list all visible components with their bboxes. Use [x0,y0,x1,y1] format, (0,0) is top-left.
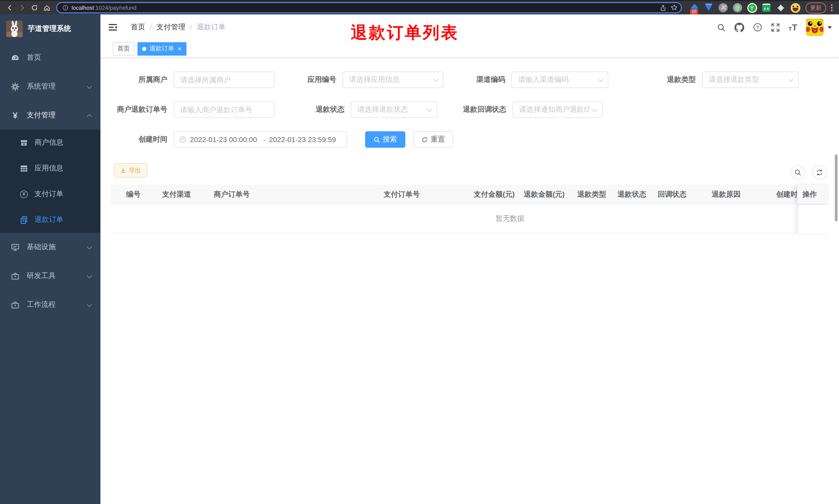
search-icon [373,136,380,143]
search-button[interactable]: 搜索 [365,131,405,148]
field-label: 商户退款订单号 [112,105,174,114]
breadcrumb-separator: / [150,23,152,31]
breadcrumb-pay[interactable]: 支付管理 [157,23,185,32]
fullscreen-icon[interactable] [771,23,780,32]
breadcrumb-home[interactable]: 首页 [131,23,145,32]
sidebar-item-app-info[interactable]: 应用信息 [0,156,101,181]
column-header: 退款类型 [572,185,612,204]
extension-y-icon[interactable]: Y [747,3,757,13]
column-header: 商户订单号 [209,185,378,204]
notify-status-select[interactable]: 请选择通知商户退款结果 [513,102,603,118]
table-tools [790,165,827,180]
user-menu[interactable] [806,19,832,36]
date-end-value: 2022-01-23 23:59:59 [269,136,339,144]
sidebar-item-pay-order[interactable]: ¥ 支付订单 [0,181,101,207]
column-header: 编号 [111,185,157,204]
sidebar-item-refund-order[interactable]: 退款订单 [0,207,101,233]
sidebar-fold-icon[interactable] [108,23,118,32]
browser-back-icon[interactable] [4,2,16,13]
share-icon[interactable] [660,4,666,11]
extensions-puzzle-icon[interactable] [775,3,786,13]
reset-button[interactable]: 重置 [413,131,453,148]
breadcrumb-current: 退款订单 [197,23,226,32]
site-info-icon[interactable] [62,5,69,11]
field-label: 应用编号 [281,75,342,85]
browser-menu-icon[interactable] [828,4,835,12]
merchant-input-field[interactable] [180,76,268,84]
sidebar-item-label: 支付订单 [35,190,64,199]
tag-label: 退款订单 [149,44,174,53]
sidebar-item-label: 首页 [27,53,41,62]
close-icon[interactable]: × [178,45,181,52]
sidebar-item-devtools[interactable]: 研发工具 [0,262,101,290]
extension-row: 10 ⌘ Y [689,3,800,13]
url-bar[interactable]: localhost :1024/pay/refund [56,2,682,13]
refresh-table-icon[interactable] [812,165,827,180]
browser-update-button[interactable]: 更新 [805,2,826,13]
browser-chrome: localhost :1024/pay/refund 10 ⌘ Y 更新 [0,0,839,14]
filter-create-time: 创建时间 2022-01-23 00:00:00 - 2022-01-23 23… [112,131,347,148]
sidebar-item-label: 研发工具 [27,271,56,281]
fixed-column-stripe [798,204,829,233]
coin-yen-icon: ¥ [20,190,28,198]
browser-reload-icon[interactable] [28,2,41,13]
extension-pinned-icon[interactable]: 10 [689,3,699,13]
font-size-icon[interactable]: TT [788,23,797,32]
extension-gem-icon[interactable] [703,3,714,13]
chevron-down-icon [598,76,603,82]
gear-icon [11,82,20,91]
sidebar-item-home[interactable]: 首页 [0,43,101,72]
merchant-refund-no-input[interactable] [174,102,274,118]
chevron-up-icon [87,114,92,119]
extension-chat-icon[interactable] [761,3,771,13]
main-area: 退款订单列表 首页 / 支付管理 / 退款订单 [101,14,839,504]
browser-home-icon[interactable] [41,2,53,13]
search-icon[interactable] [717,23,726,32]
sidebar-item-merchant-info[interactable]: 商户信息 [0,130,101,156]
column-header: 创建时间 [771,185,797,204]
tag-home[interactable]: 首页 [113,42,135,55]
extension-recorder-icon[interactable] [732,3,743,13]
help-icon[interactable]: ? [753,23,762,32]
pay-submenu: 商户信息 应用信息 ¥ 支付订单 [0,130,101,233]
chevron-down-icon [592,106,597,111]
merchant-refund-no-field[interactable] [180,106,268,114]
filter-notify-status: 退款回调状态 请选择通知商户退款结果 [451,102,603,118]
chevron-down-icon [87,302,92,307]
sidebar-item-label: 系统管理 [27,82,56,91]
channel-select[interactable]: 请输入渠道编码 [512,72,608,88]
chevron-down-icon [87,244,92,249]
app-select[interactable]: 请选择应用信息 [342,72,444,88]
app-logo[interactable]: 芋道管理系统 [0,14,101,43]
sidebar: 芋道管理系统 首页 系统管理 ¥ [0,14,101,504]
scrollbar-thumb[interactable] [835,155,837,221]
sidebar-menu: 首页 系统管理 ¥ 支付管理 [0,43,101,319]
sidebar-item-workflow[interactable]: 工作流程 [0,290,101,319]
sidebar-item-infra[interactable]: 基础设施 [0,233,101,262]
sidebar-item-pay[interactable]: ¥ 支付管理 [0,101,101,130]
tag-refund-order[interactable]: 退款订单 × [138,42,186,55]
sidebar-item-label: 退款订单 [35,215,64,224]
extension-command-icon[interactable]: ⌘ [718,3,728,13]
bookmark-star-icon[interactable] [671,4,678,11]
show-search-icon[interactable] [790,165,805,180]
filter-channel: 渠道编码 请输入渠道编码 [450,72,608,88]
browser-forward-icon[interactable] [16,2,28,13]
merchant-input[interactable] [174,72,274,88]
sidebar-item-label: 商户信息 [35,138,64,147]
refund-type-select[interactable]: 请选择退款类型 [702,72,799,88]
chevron-down-icon [427,106,432,111]
export-button[interactable]: 导出 [114,163,147,178]
yen-icon: ¥ [11,111,20,120]
breadcrumb: 首页 / 支付管理 / 退款订单 [131,23,226,32]
date-range-picker[interactable]: 2022-01-23 00:00:00 - 2022-01-23 23:59:5… [174,131,347,148]
date-start-value: 2022-01-23 00:00:00 [190,136,260,144]
github-icon[interactable] [734,22,744,32]
date-separator: - [260,136,269,143]
sidebar-item-system[interactable]: 系统管理 [0,72,101,101]
sidebar-item-label: 基础设施 [27,242,56,252]
field-label: 所属商户 [112,75,174,85]
filter-row-2: 商户退款订单号 退款状态 请选择退款状态 退款回调状态 [101,102,839,118]
extension-emoji-icon[interactable] [790,3,800,13]
refund-status-select[interactable]: 请选择退款状态 [351,102,437,118]
